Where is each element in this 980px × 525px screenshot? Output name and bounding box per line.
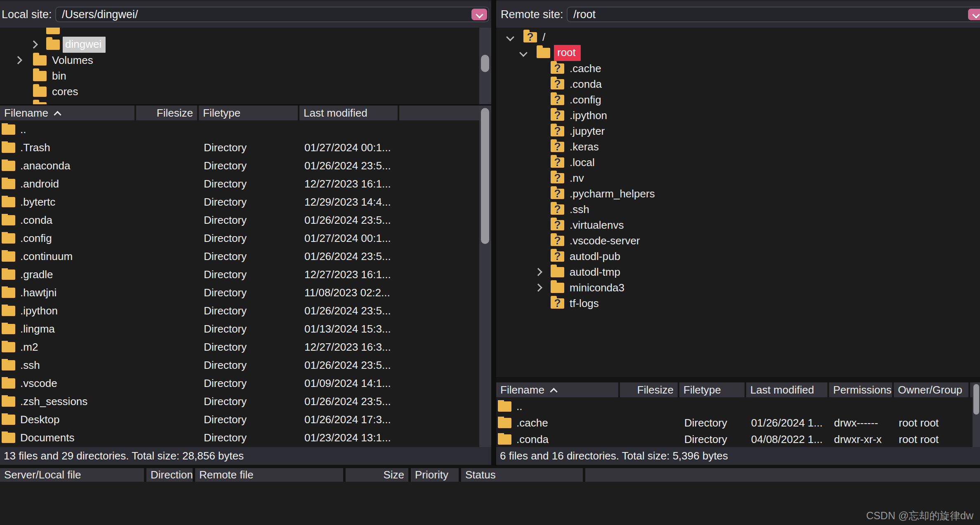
table-row[interactable]: .conda Directory 01/26/2024 23:5... [0, 211, 491, 229]
tree-item-root[interactable]: root [496, 45, 980, 61]
table-row[interactable]: Documents Directory 01/23/2024 13:1... [0, 429, 491, 447]
folder-icon [2, 215, 15, 225]
folder-icon [33, 87, 47, 97]
tree-item-vscode-server[interactable]: .vscode-server [496, 233, 980, 248]
tree-item-autodl-tmp[interactable]: autodl-tmp [496, 264, 980, 280]
queue-column-server-local-file[interactable]: Server/Local file [0, 468, 144, 482]
column-header-filesize[interactable]: Filesize [136, 105, 199, 120]
tree-item-label: .conda [570, 78, 602, 91]
tree-item-label: dingwei [63, 37, 106, 53]
column-header-filesize[interactable]: Filesize [620, 382, 679, 397]
column-header-filename[interactable]: Filename [496, 382, 620, 397]
tree-item-clipped-bottom[interactable] [0, 99, 491, 104]
queue-column-direction[interactable]: Direction [146, 468, 193, 482]
folder-icon [2, 396, 15, 407]
tree-item-ipython[interactable]: .ipython [496, 108, 980, 123]
tree-item-label: .config [570, 94, 601, 106]
panel-divider[interactable] [491, 0, 496, 466]
tree-item-clipped-top[interactable] [0, 28, 491, 37]
table-row[interactable]: .config Directory 01/27/2024 00:1... [0, 229, 491, 247]
scrollbar-thumb[interactable] [481, 55, 489, 72]
column-label: Filename [4, 107, 48, 120]
remote-status-bar: 6 files and 16 directories. Total size: … [496, 447, 980, 465]
table-row[interactable]: .. [0, 120, 491, 138]
tree-item-jupyter[interactable]: .jupyter [496, 123, 980, 139]
table-row[interactable]: .lingma Directory 01/13/2024 15:3... [0, 320, 491, 338]
tree-item-keras[interactable]: .keras [496, 139, 980, 155]
table-row[interactable]: .Trash Directory 01/27/2024 00:1... [0, 138, 491, 157]
table-row[interactable]: Desktop Directory 01/26/2024 17:3... [0, 410, 491, 429]
remote-list-scrollbar[interactable] [973, 382, 980, 447]
question-folder-icon [551, 63, 564, 74]
table-row[interactable]: .anaconda Directory 01/26/2024 23:5... [0, 157, 491, 175]
folder-icon [2, 143, 15, 153]
chevron-right-icon[interactable] [30, 40, 38, 49]
tree-item-bin[interactable]: bin [0, 68, 491, 84]
queue-column-size[interactable]: Size [346, 468, 408, 482]
tree-item-virtualenvs[interactable]: .virtualenvs [496, 217, 980, 233]
table-row[interactable]: .vscode Directory 01/09/2024 14:1... [0, 374, 491, 392]
column-header-filetype[interactable]: Filetype [679, 382, 746, 397]
chevron-right-icon[interactable] [14, 56, 22, 64]
remote-site-label: Remote site: [501, 1, 563, 28]
table-row[interactable]: .ipython Directory 01/26/2024 23:5... [0, 302, 491, 320]
tree-item-conda[interactable]: .conda [496, 76, 980, 92]
tree-item-autodl-pub[interactable]: autodl-pub [496, 248, 980, 264]
column-header-filetype[interactable]: Filetype [199, 105, 299, 120]
scrollbar-thumb[interactable] [481, 108, 489, 244]
watermark: CSDN @忘却的旋律dw [866, 509, 973, 523]
column-header-filename[interactable]: Filename [0, 105, 136, 120]
tree-item-label: bin [52, 70, 66, 82]
queue-column-remote-file[interactable]: Remote file [195, 468, 343, 482]
table-row[interactable]: .conda Directory 04/08/2022 1... drwxr-x… [496, 431, 980, 447]
remote-site-input[interactable] [568, 7, 980, 21]
chevron-down-icon[interactable] [519, 49, 528, 57]
table-row[interactable]: .zsh_sessions Directory 01/26/2024 23:5.… [0, 392, 491, 410]
folder-icon [537, 48, 550, 58]
tree-item-tf-logs[interactable]: tf-logs [496, 295, 980, 311]
table-row[interactable]: .m2 Directory 12/27/2023 16:3... [0, 338, 491, 356]
remote-panel-splitter[interactable] [496, 377, 980, 382]
chevron-right-icon[interactable] [534, 268, 542, 276]
table-row[interactable]: .cache Directory 01/26/2024 1... drwx---… [496, 415, 980, 431]
local-tree-scrollbar[interactable] [479, 28, 491, 104]
table-row[interactable]: .ssh Directory 01/26/2024 23:5... [0, 356, 491, 374]
tree-item-config[interactable]: .config [496, 92, 980, 108]
question-folder-icon [551, 298, 564, 309]
queue-column-status[interactable]: Status [461, 468, 583, 482]
local-site-dropdown-button[interactable] [471, 9, 487, 20]
tree-item-miniconda3[interactable]: miniconda3 [496, 280, 980, 295]
tree-item-volumes[interactable]: Volumes [0, 52, 491, 68]
table-row[interactable]: .hawtjni Directory 11/08/2023 02:2... [0, 284, 491, 302]
tree-item-ssh[interactable]: .ssh [496, 202, 980, 217]
tree-item-cores[interactable]: cores [0, 84, 491, 99]
column-header-ownergroup[interactable]: Owner/Group [894, 382, 970, 397]
local-list-scrollbar[interactable] [479, 105, 491, 447]
tree-item-pycharm-helpers[interactable]: .pycharm_helpers [496, 186, 980, 202]
remote-file-list: Filename Filesize Filetype Last modified… [496, 382, 980, 447]
tree-item-root-slash[interactable]: / [496, 29, 980, 45]
column-label: Filesize [157, 107, 193, 120]
table-row[interactable]: .. [496, 398, 980, 415]
local-panel-splitter[interactable] [0, 104, 491, 105]
tree-item-cache[interactable]: .cache [496, 61, 980, 76]
tree-item-dingwei[interactable]: dingwei [0, 37, 491, 52]
column-header-lastmodified[interactable]: Last modified [299, 105, 399, 120]
table-row[interactable]: .bytertc Directory 12/29/2023 14:4... [0, 193, 491, 211]
table-row[interactable]: .android Directory 12/27/2023 16:1... [0, 175, 491, 193]
column-header-lastmodified[interactable]: Last modified [746, 382, 829, 397]
column-label: Filename [500, 384, 544, 396]
tree-item-local[interactable]: .local [496, 155, 980, 170]
column-header-permissions[interactable]: Permissions [829, 382, 894, 397]
scrollbar-thumb[interactable] [973, 384, 979, 415]
local-site-input[interactable] [56, 7, 488, 21]
table-row[interactable]: .gradle Directory 12/27/2023 16:1... [0, 265, 491, 284]
chevron-down-icon[interactable] [506, 33, 514, 41]
table-row[interactable]: .continuum Directory 01/26/2024 23:5... [0, 247, 491, 265]
chevron-right-icon[interactable] [534, 284, 542, 292]
remote-site-dropdown-button[interactable] [968, 9, 980, 20]
queue-column-priority[interactable]: Priority [411, 468, 459, 482]
folder-icon [498, 434, 511, 445]
column-label: Filetype [683, 384, 721, 396]
tree-item-nv[interactable]: .nv [496, 170, 980, 186]
